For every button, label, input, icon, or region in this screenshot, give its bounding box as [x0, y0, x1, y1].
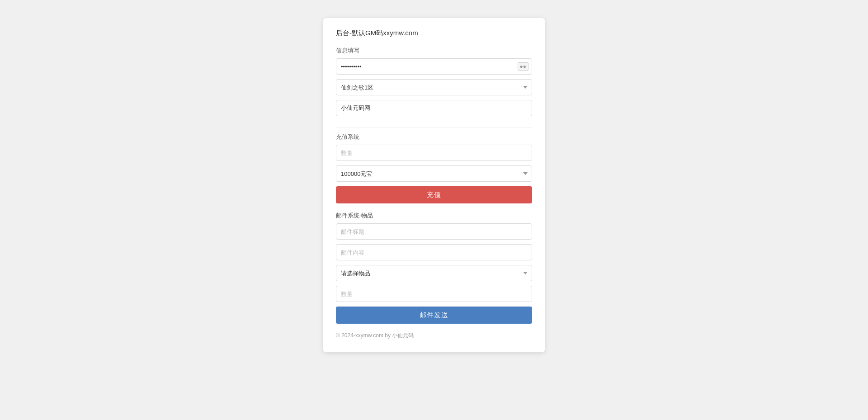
footer-text: © 2024-xxymw.com by 小仙元码: [336, 332, 532, 340]
main-card: 后台-默认GM码xxymw.com 信息填写 ●● 仙剑之歌1区 仙剑之歌2区 …: [323, 18, 545, 352]
charge-button[interactable]: 充值: [336, 186, 532, 203]
password-wrapper: ●●: [336, 58, 532, 75]
server-select-wrapper: 仙剑之歌1区 仙剑之歌2区 仙剑之歌3区: [336, 79, 532, 95]
mail-section-label: 邮件系统-物品: [336, 212, 532, 220]
mail-content-input[interactable]: [336, 244, 532, 260]
server-select[interactable]: 仙剑之歌1区 仙剑之歌2区 仙剑之歌3区: [336, 79, 532, 95]
charge-quantity-input[interactable]: [336, 145, 532, 161]
charge-section-label: 充值系统: [336, 133, 532, 141]
password-input[interactable]: [336, 58, 532, 75]
mail-send-button[interactable]: 邮件发送: [336, 307, 532, 324]
amount-select[interactable]: 100000元宝 50000元宝 10000元宝 1000元宝: [336, 165, 532, 182]
mail-quantity-input[interactable]: [336, 286, 532, 302]
amount-select-wrapper: 100000元宝 50000元宝 10000元宝 1000元宝: [336, 165, 532, 182]
item-select-wrapper: 请选择物品: [336, 265, 532, 281]
info-section-label: 信息填写: [336, 47, 532, 55]
password-toggle-icon[interactable]: ●●: [518, 62, 529, 71]
player-name-input[interactable]: [336, 100, 532, 116]
card-title: 后台-默认GM码xxymw.com: [336, 29, 532, 38]
divider-1: [336, 127, 532, 127]
item-select[interactable]: 请选择物品: [336, 265, 532, 281]
mail-title-input[interactable]: [336, 223, 532, 240]
